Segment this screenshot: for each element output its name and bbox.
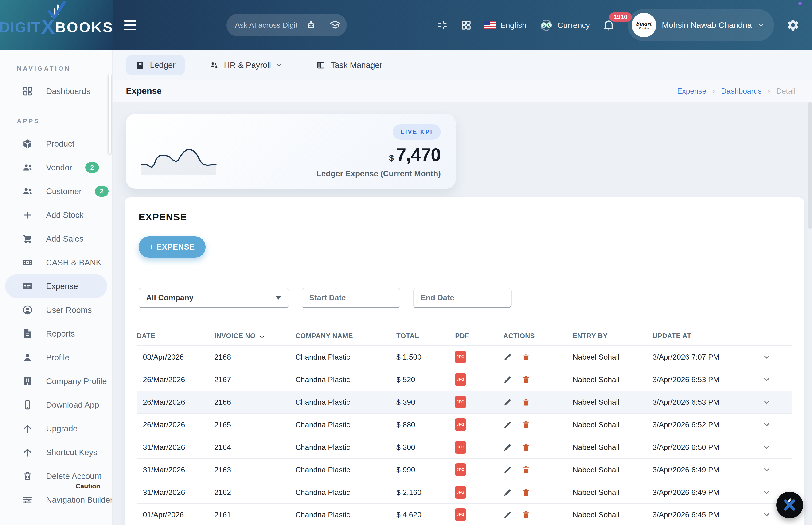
sidebar-item[interactable]: Upgrade xyxy=(5,417,107,440)
jpg-attachment-badge[interactable]: JPG xyxy=(455,486,466,499)
jpg-attachment-badge[interactable]: JPG xyxy=(455,373,466,386)
sidebar-item[interactable]: Add Sales xyxy=(5,227,107,251)
column-header[interactable]: ENTRY BY xyxy=(572,332,653,340)
learning-button[interactable] xyxy=(323,14,347,36)
expand-row-button[interactable] xyxy=(763,375,771,384)
sidebar-item[interactable]: CASH & BANK 4 xyxy=(5,251,107,274)
sidebar-item[interactable]: Product xyxy=(5,132,107,155)
table-row[interactable]: 31/Mar/2026 2162 Chandna Plastic $ 2,160… xyxy=(137,481,792,504)
settings-button[interactable] xyxy=(786,18,800,32)
sidebar-item[interactable]: Delete Account Caution xyxy=(5,464,107,488)
delete-button[interactable] xyxy=(522,510,531,519)
table-row[interactable]: 03/Apr/2026 2168 Chandna Plastic $ 1,500… xyxy=(137,345,792,368)
sidebar-item[interactable]: Navigation Builder xyxy=(5,488,107,512)
sidebar-item[interactable]: Vendor 2 xyxy=(5,155,107,179)
notifications-button[interactable]: 1910 xyxy=(602,18,615,32)
expand-row-button[interactable] xyxy=(763,488,771,497)
add-expense-button[interactable]: + EXPENSE xyxy=(139,236,205,258)
chat-widget-button[interactable] xyxy=(776,492,803,519)
sidebar-item[interactable]: Profile xyxy=(5,345,107,369)
main-area: Ledger HR & Payroll Task Manager xyxy=(113,50,812,525)
ai-assistant-button[interactable] xyxy=(299,14,323,36)
live-kpi-card[interactable]: LIVE KPI $ 7,470 Ledger Expense (Current… xyxy=(126,114,456,189)
ai-search-input[interactable] xyxy=(227,14,299,36)
table-row[interactable]: 31/Mar/2026 2164 Chandna Plastic $ 300 J… xyxy=(137,436,792,458)
sidebar-item[interactable]: Reports xyxy=(5,322,107,345)
expand-row-button[interactable] xyxy=(763,510,771,519)
ai-search-bar[interactable] xyxy=(227,14,347,36)
delete-button[interactable] xyxy=(522,488,531,497)
table-row[interactable]: 26/Mar/2026 2167 Chandna Plastic $ 520 J… xyxy=(137,368,792,391)
scrollbar-thumb[interactable] xyxy=(808,102,812,229)
edit-button[interactable] xyxy=(503,443,512,452)
company-filter-select[interactable]: All Company xyxy=(139,288,289,308)
delete-button[interactable] xyxy=(522,397,531,407)
delete-button[interactable] xyxy=(522,375,531,384)
delete-button[interactable] xyxy=(522,420,531,429)
jpg-attachment-badge[interactable]: JPG xyxy=(455,396,466,408)
cell-update-at: 3/Apr/2026 6:49 PM xyxy=(653,488,755,497)
sidebar-toggle-button[interactable] xyxy=(124,20,136,30)
sidebar-item[interactable]: Shortcut Keys xyxy=(5,440,107,464)
edit-button[interactable] xyxy=(503,488,512,497)
sidebar-item[interactable]: Expense xyxy=(5,274,107,298)
cell-invoice-no: 2166 xyxy=(214,398,295,407)
currency-selector[interactable]: $ € Currency xyxy=(539,18,590,33)
brand-logo[interactable]: DIGIT X BOOKS xyxy=(0,0,113,50)
jpg-attachment-badge[interactable]: JPG xyxy=(455,463,466,476)
sidebar-item[interactable]: User Rooms xyxy=(5,298,107,322)
expand-row-button[interactable] xyxy=(763,353,771,361)
column-header[interactable]: PDF xyxy=(455,332,503,340)
expand-row-button[interactable] xyxy=(763,420,771,429)
user-name: Mohsin Nawab Chandna xyxy=(662,20,752,30)
delete-button[interactable] xyxy=(522,352,531,361)
column-header[interactable]: COMPANY NAME xyxy=(295,332,396,340)
edit-button[interactable] xyxy=(503,510,512,519)
cell-invoice-no: 2162 xyxy=(214,488,295,497)
jpg-attachment-badge[interactable]: JPG xyxy=(455,508,466,521)
column-header[interactable]: INVOICE NO xyxy=(214,332,295,340)
breadcrumb-item[interactable]: Expense xyxy=(677,87,721,95)
column-header[interactable]: DATE xyxy=(137,332,214,340)
column-header[interactable]: UPDATE AT xyxy=(653,332,755,340)
sidebar-item[interactable]: Customer 2 xyxy=(5,179,107,203)
table-row[interactable]: 26/Mar/2026 2166 Chandna Plastic $ 390 J… xyxy=(137,391,792,413)
expand-row-button[interactable] xyxy=(763,466,771,474)
module-tab[interactable]: Task Manager xyxy=(307,55,392,75)
expand-row-button[interactable] xyxy=(763,398,771,406)
edit-button[interactable] xyxy=(503,352,512,361)
table-row[interactable]: 26/Mar/2026 2165 Chandna Plastic $ 880 J… xyxy=(137,413,792,436)
end-date-input[interactable]: End Date xyxy=(413,288,512,308)
edit-button[interactable] xyxy=(503,420,512,429)
vertical-scrollbar[interactable] xyxy=(808,102,812,525)
table-row[interactable]: 01/Apr/2026 2161 Chandna Plastic $ 4,620… xyxy=(137,504,792,525)
column-header[interactable]: TOTAL xyxy=(396,332,455,340)
sidebar-item[interactable]: Dashboards xyxy=(5,79,107,103)
language-selector[interactable]: English xyxy=(484,21,526,30)
apps-grid-button[interactable] xyxy=(460,19,472,31)
module-tab[interactable]: Ledger xyxy=(126,55,185,75)
user-menu[interactable]: Smart Fashion Mohsin Nawab Chandna xyxy=(628,9,774,41)
sidebar-scrollbar-thumb[interactable] xyxy=(109,74,111,154)
expand-row-button[interactable] xyxy=(763,443,771,451)
sort-descending-icon[interactable] xyxy=(258,332,265,339)
edit-button[interactable] xyxy=(503,375,512,384)
jpg-attachment-badge[interactable]: JPG xyxy=(455,441,466,453)
sidebar-item[interactable]: Add Stock xyxy=(5,203,107,227)
sidebar-item[interactable]: Download App xyxy=(5,393,107,417)
column-header[interactable]: ACTIONS xyxy=(503,332,572,340)
compress-view-button[interactable] xyxy=(437,19,448,31)
start-date-input[interactable]: Start Date xyxy=(302,288,400,308)
table-row[interactable]: 31/Mar/2026 2163 Chandna Plastic $ 990 J… xyxy=(137,458,792,481)
module-tab[interactable]: HR & Payroll xyxy=(200,55,292,75)
delete-button[interactable] xyxy=(522,465,531,474)
edit-button[interactable] xyxy=(503,397,512,407)
breadcrumb-item[interactable]: Dashboards xyxy=(721,87,776,95)
sidebar-item[interactable]: Company Profile xyxy=(5,369,107,393)
delete-button[interactable] xyxy=(522,443,531,452)
jpg-attachment-badge[interactable]: JPG xyxy=(455,418,466,431)
jpg-attachment-badge[interactable]: JPG xyxy=(455,351,466,363)
currency-label: Currency xyxy=(557,21,590,30)
breadcrumb-item[interactable]: Detail xyxy=(776,87,796,95)
edit-button[interactable] xyxy=(503,465,512,474)
